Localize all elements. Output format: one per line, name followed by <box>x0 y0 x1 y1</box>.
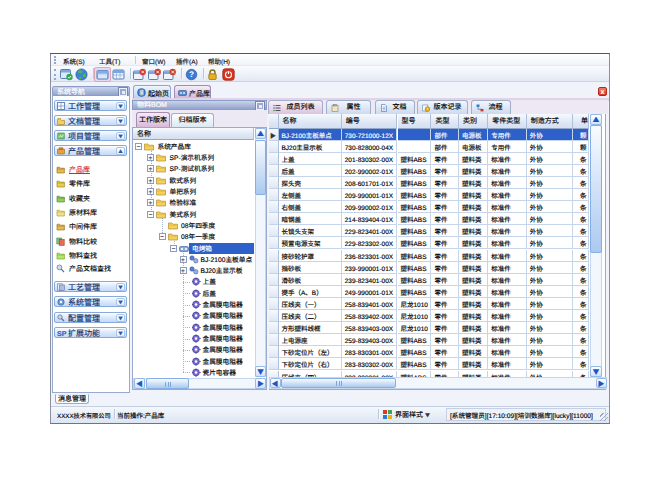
svg-text:?: ? <box>189 70 194 79</box>
